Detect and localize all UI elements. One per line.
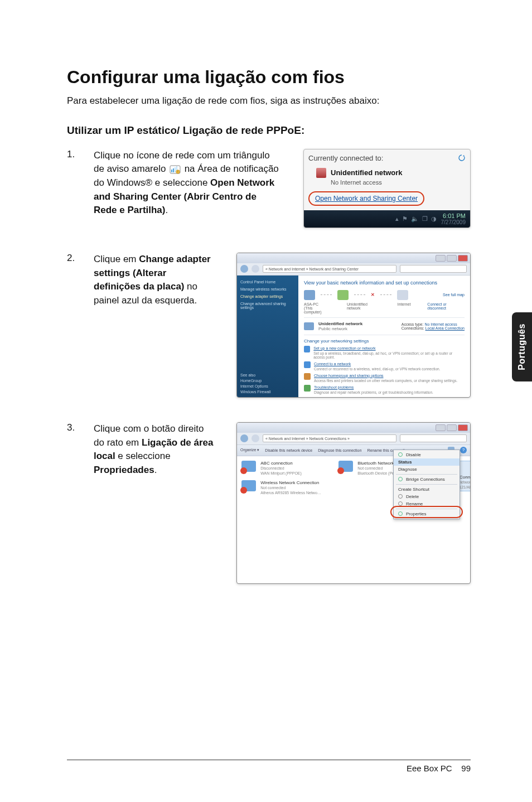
step3-b2: Propriedades xyxy=(94,465,154,475)
radio-icon xyxy=(398,452,403,457)
clock-time: 6:01 PM xyxy=(441,212,466,219)
connect-network-sub: Connect or reconnect to a wireless, wire… xyxy=(314,367,441,371)
menu-diagnose[interactable]: Diagnose xyxy=(394,466,460,473)
see-also-homegroup[interactable]: HomeGroup xyxy=(240,379,296,383)
intro-text: Para estabelecer uma ligação de rede com… xyxy=(67,94,471,108)
nav-back-icon[interactable] xyxy=(240,265,248,273)
window-maximize-button[interactable] xyxy=(447,424,457,431)
active-net-sub: Public network xyxy=(318,326,362,331)
step1-tail: . xyxy=(166,205,168,215)
sidebar-manage-wireless[interactable]: Manage wireless networks xyxy=(240,287,295,291)
menu-delete[interactable]: Delete xyxy=(394,493,460,500)
taskbar: ▴ ⚑ 🔈 ❐ ◑ 6:01 PM 7/27/2009 xyxy=(304,210,470,228)
tb-diagnose[interactable]: Diagnose this connection xyxy=(318,448,361,452)
troubleshoot-icon xyxy=(304,385,311,392)
network-warning-icon: ! xyxy=(170,165,181,174)
access-label: Access type: xyxy=(402,322,424,326)
conn-name: Wireless Network Connection xyxy=(260,480,319,485)
network-sub: No Internet access xyxy=(331,179,466,186)
search-input[interactable] xyxy=(400,265,467,273)
troubleshoot-link[interactable]: Troubleshoot problems xyxy=(314,385,354,389)
nav-back-icon[interactable] xyxy=(240,434,248,442)
nav-fwd-icon[interactable] xyxy=(252,265,259,273)
conn-val[interactable]: Local Area Connection xyxy=(425,326,465,330)
main-panel: View your basic network information and … xyxy=(298,276,470,397)
connect-network-link[interactable]: Connect to a network xyxy=(314,362,351,366)
menu-shortcut[interactable]: Create Shortcut xyxy=(394,486,460,493)
screenshot-connections-window: « Network and Internet » Network Connect… xyxy=(236,422,471,584)
menu-status[interactable]: Status xyxy=(394,458,460,466)
see-also-firewall[interactable]: Windows Firewall xyxy=(240,390,296,394)
search-input[interactable] xyxy=(400,434,467,442)
footer-page-number: 99 xyxy=(461,764,471,773)
window-titlebar xyxy=(237,423,470,433)
window-maximize-button[interactable] xyxy=(447,255,457,262)
conn-status: Not connected xyxy=(260,486,286,490)
sub-heading: Utilizar um IP estático/ Ligação de rede… xyxy=(67,124,471,137)
network-icon xyxy=(316,168,326,178)
tray-speaker-icon[interactable]: ◑ xyxy=(431,215,437,223)
screenshot-network-popup: Currently connected to: Unidentified net… xyxy=(303,149,471,228)
setup-connection-icon xyxy=(304,346,310,352)
connection-icon xyxy=(241,480,257,492)
footer-product: Eee Box PC xyxy=(407,764,452,773)
tray-flag-icon[interactable]: ⚑ xyxy=(402,215,408,223)
open-sharing-center-link[interactable]: Open Network and Sharing Center xyxy=(308,191,424,206)
refresh-icon[interactable] xyxy=(458,154,466,162)
tb-disable[interactable]: Disable this network device xyxy=(265,448,312,452)
nav-fwd-icon[interactable] xyxy=(252,434,259,442)
system-clock[interactable]: 6:01 PM 7/27/2009 xyxy=(441,212,466,225)
step3-d: . xyxy=(154,465,157,475)
connect-disconnect-link[interactable]: Connect or disconnect xyxy=(427,302,465,314)
clock-date: 7/27/2009 xyxy=(441,219,466,225)
conn-status: Disconnected xyxy=(260,466,284,470)
tb-organize[interactable]: Organize ▾ xyxy=(240,448,259,452)
setup-connection-sub: Set up a wireless, broadband, dial-up, a… xyxy=(313,351,465,359)
sidebar-advanced-sharing[interactable]: Change advanced sharing settings xyxy=(240,302,295,310)
menu-bridge[interactable]: Bridge Connections xyxy=(394,476,460,483)
sidebar-change-adapter[interactable]: Change adapter settings xyxy=(240,294,295,298)
menu-rename[interactable]: Rename xyxy=(394,500,460,508)
sidebar-cp-home[interactable]: Control Panel Home xyxy=(240,280,295,284)
network-entry[interactable]: Unidentified network xyxy=(316,168,466,178)
connection-item[interactable]: ABC connectionDisconnectedWAN Miniport (… xyxy=(241,461,325,476)
svg-rect-1 xyxy=(171,170,172,172)
tray-icons: ▴ ⚑ 🔈 ❐ ◑ xyxy=(395,215,437,223)
tb-help-icon[interactable]: ? xyxy=(460,447,467,453)
tray-chevron-icon[interactable]: ▴ xyxy=(395,215,399,223)
conn-name: ABC connection xyxy=(260,461,292,466)
node-computer: ASA-PC xyxy=(304,302,318,306)
network-map: ✕ See full map xyxy=(304,290,465,300)
window-titlebar xyxy=(237,253,470,263)
window-minimize-button[interactable] xyxy=(436,424,446,431)
language-tab: Português xyxy=(512,312,532,381)
sidebar-see-also: See also HomeGroup Internet Options Wind… xyxy=(240,371,296,394)
active-net-title: Unidentified network xyxy=(318,321,362,326)
svg-rect-2 xyxy=(173,168,174,172)
address-path[interactable]: « Network and Internet » Network Connect… xyxy=(263,434,396,442)
connection-item[interactable]: Wireless Network ConnectionNot connected… xyxy=(241,480,325,495)
window-close-button[interactable] xyxy=(458,424,468,431)
connection-icon xyxy=(241,461,257,473)
see-also-internet-options[interactable]: Internet Options xyxy=(240,384,296,388)
step-1: 1. Clique no ícone de rede com um triâng… xyxy=(67,149,471,228)
connection-icon xyxy=(338,461,354,473)
window-close-button[interactable] xyxy=(458,255,468,262)
main-title: View your basic network information and … xyxy=(304,280,465,286)
step-3: 3. Clique com o botão direito do rato em… xyxy=(67,422,471,584)
active-net-icon xyxy=(304,322,314,330)
tray-network-icon[interactable]: ❐ xyxy=(422,215,428,223)
menu-properties[interactable]: Properties xyxy=(394,510,460,518)
see-full-map-link[interactable]: See full map xyxy=(443,293,465,297)
radio-icon xyxy=(398,477,403,481)
tray-volume-icon[interactable]: 🔈 xyxy=(411,215,419,223)
setup-connection-link[interactable]: Set up a new connection or network xyxy=(313,346,375,350)
window-minimize-button[interactable] xyxy=(436,255,446,262)
radio-icon xyxy=(398,501,403,506)
menu-disable[interactable]: Disable xyxy=(394,451,460,458)
svg-rect-3 xyxy=(175,167,176,172)
homegroup-link[interactable]: Choose homegroup and sharing options xyxy=(314,374,384,378)
conn-device: WAN Miniport (PPPOE) xyxy=(260,471,302,475)
node-network: Unidentified network xyxy=(347,302,381,314)
address-path[interactable]: « Network and Internet » Network and Sha… xyxy=(263,265,396,273)
